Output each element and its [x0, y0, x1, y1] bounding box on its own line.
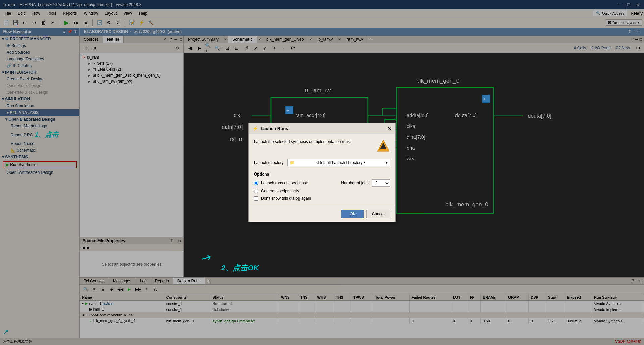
launch-dir-value: <Default Launch Directory> — [316, 160, 365, 165]
dont-show-label: Don't show this dialog again — [261, 196, 311, 201]
dialog-close-btn[interactable]: ✕ — [387, 125, 391, 132]
dont-show-checkbox[interactable] — [254, 196, 258, 201]
launch-dir-label: Launch directory: — [254, 160, 285, 165]
modal-overlay: ⚡ Launch Runs ✕ Launch the selected synt… — [0, 0, 644, 345]
folder-icon: 📁 — [290, 160, 295, 165]
radio-row-local: Launch runs on local host: Number of job… — [254, 179, 390, 187]
ok-button[interactable]: OK — [341, 210, 363, 218]
options-label: Options — [254, 172, 390, 177]
dialog-description: Launch the selected synthesis or impleme… — [254, 139, 373, 144]
jobs-label: Number of jobs: — [341, 181, 370, 185]
launch-runs-dialog: ⚡ Launch Runs ✕ Launch the selected synt… — [248, 123, 396, 222]
radio-scripts-label: Generate scripts only — [261, 189, 299, 193]
dialog-header: ⚡ Launch Runs ✕ — [249, 123, 395, 134]
launch-dir-row: Launch directory: 📁 <Default Launch Dire… — [254, 159, 390, 166]
radio-local[interactable] — [254, 181, 258, 185]
jobs-select[interactable]: 2 1 4 — [372, 179, 390, 187]
dialog-body: Launch the selected synthesis or impleme… — [249, 134, 395, 206]
vivado-logo — [377, 139, 390, 154]
step2-annotation: 2、点击OK — [221, 263, 259, 273]
dialog-icon: ⚡ — [253, 126, 258, 131]
dialog-title: ⚡ Launch Runs — [253, 126, 288, 131]
radio-local-label: Launch runs on local host: — [261, 181, 308, 185]
checkbox-row: Don't show this dialog again — [254, 196, 390, 201]
radio-scripts[interactable] — [254, 189, 258, 193]
radio-row-scripts: Generate scripts only — [254, 189, 390, 193]
dialog-title-text: Launch Runs — [261, 126, 288, 131]
options-section: Options Launch runs on local host: Numbe… — [254, 172, 390, 193]
cyan-arrow-to-ok: ↗ — [199, 249, 214, 266]
dropdown-chevron: ▾ — [386, 160, 388, 165]
launch-dir-dropdown[interactable]: 📁 <Default Launch Directory> ▾ — [287, 159, 390, 166]
cancel-button[interactable]: Cancel — [366, 210, 390, 218]
jobs-row: Number of jobs: 2 1 4 — [341, 179, 390, 187]
dialog-footer: OK Cancel — [249, 206, 395, 222]
